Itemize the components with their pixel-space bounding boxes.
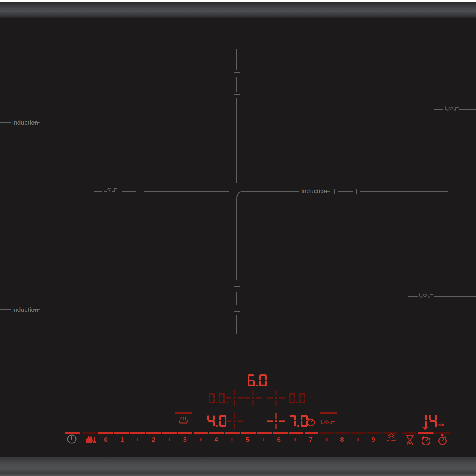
cross-position-marker — [244, 390, 262, 406]
timer-display[interactable] — [418, 414, 438, 428]
power-level-1[interactable]: 1 — [120, 436, 124, 444]
flex-left-rear-display[interactable] — [208, 393, 228, 403]
cross-position-marker — [226, 413, 243, 429]
boost-button[interactable]: boost — [383, 433, 399, 442]
induction-label: induction — [12, 306, 38, 313]
timer-min-label: min — [437, 423, 444, 427]
pan-sensor-icon — [104, 188, 117, 192]
hand-thermometer-icon[interactable] — [85, 434, 97, 447]
keep-warm-indicator-line — [175, 412, 192, 414]
pan-sensor-indicator-line — [320, 412, 337, 414]
power-level-8[interactable]: 8 — [340, 436, 344, 444]
power-level-6[interactable]: 6 — [277, 436, 280, 444]
pan-sensor-icon — [445, 107, 459, 110]
center-zone-level-display[interactable] — [247, 374, 267, 386]
induction-cooktop: induction induction induction min — [0, 0, 476, 476]
power-level-9[interactable]: 9 — [371, 436, 375, 444]
power-level-0[interactable]: 0 — [104, 436, 107, 444]
cross-position-marker — [226, 390, 243, 406]
power-level-2[interactable]: 2 — [152, 436, 155, 444]
pan-sensor-icon-red — [321, 420, 335, 424]
power-button[interactable] — [67, 434, 77, 446]
cook-timer-clock-icon — [306, 417, 316, 428]
power-level-3[interactable]: 3 — [183, 436, 186, 444]
wipe-indicator-bar — [82, 432, 97, 434]
induction-label: induction — [12, 119, 38, 126]
boost-label: boost — [383, 438, 399, 442]
cook-timer-clock-button[interactable] — [420, 435, 431, 447]
induction-label: induction — [301, 188, 327, 194]
cross-position-marker — [267, 390, 285, 406]
hourglass-icon[interactable] — [405, 435, 415, 447]
power-level-5[interactable]: 5 — [246, 436, 249, 444]
power-level-4[interactable]: 4 — [214, 436, 218, 444]
egg-timer-bar — [402, 432, 416, 434]
zone-markings — [0, 0, 476, 476]
stopwatch-icon[interactable] — [438, 434, 448, 447]
flex-right-front-display[interactable] — [288, 415, 309, 427]
timer-selected-bar — [418, 432, 434, 434]
cross-position-marker-active — [267, 413, 285, 429]
flex-right-rear-display[interactable] — [288, 393, 306, 403]
flex-left-front-display[interactable] — [207, 415, 227, 427]
slider-active-bar[interactable] — [98, 432, 318, 434]
pot-steam-icon — [177, 415, 190, 426]
pan-sensor-icon — [420, 294, 433, 297]
power-level-7[interactable]: 7 — [309, 436, 312, 444]
down-triangle-icon — [422, 427, 428, 430]
